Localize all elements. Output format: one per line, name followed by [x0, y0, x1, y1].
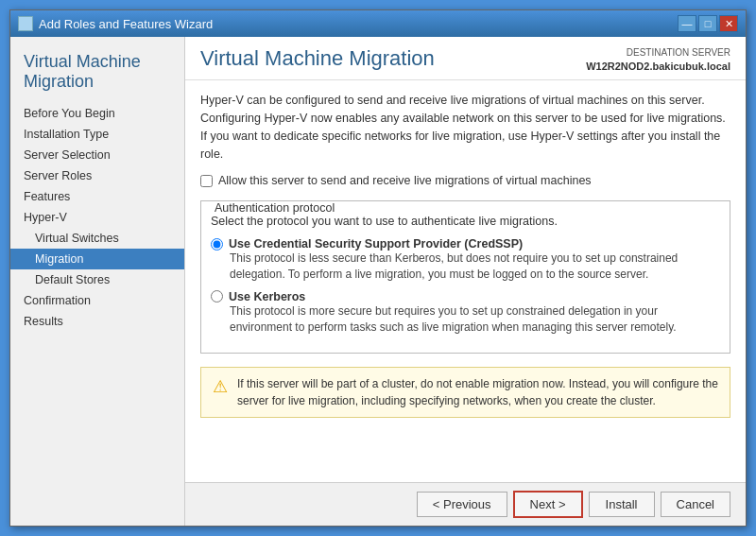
sidebar-item-migration[interactable]: Migration [10, 249, 184, 269]
title-bar-controls: — □ ✕ [678, 15, 738, 32]
footer: < Previous Next > Install Cancel [185, 482, 746, 526]
warning-text: If this server will be part of a cluster… [237, 375, 718, 409]
dest-server-label: DESTINATION SERVER [586, 46, 730, 60]
dest-server-name: W12R2NOD2.bakicubuk.local [586, 60, 730, 74]
sidebar-item-confirmation[interactable]: Confirmation [10, 290, 184, 311]
credssp-label: Use Credential Security Support Provider… [229, 237, 523, 251]
allow-migration-label: Allow this server to send and receive li… [218, 174, 592, 187]
sidebar-item-results[interactable]: Results [10, 311, 184, 332]
credssp-radio[interactable] [211, 238, 223, 251]
allow-migration-checkbox[interactable] [200, 175, 213, 187]
title-bar-title: Add Roles and Features Wizard [39, 17, 213, 31]
title-bar: Add Roles and Features Wizard — □ ✕ [10, 10, 746, 37]
maximize-button[interactable]: □ [698, 15, 717, 32]
minimize-button[interactable]: — [678, 15, 696, 32]
kerberos-radio[interactable] [211, 290, 223, 303]
wizard-window: Add Roles and Features Wizard — □ ✕ Virt… [9, 9, 747, 527]
credssp-desc: This protocol is less secure than Kerber… [230, 251, 720, 283]
page-title: Virtual Machine Migration [200, 46, 435, 71]
sidebar-item-default-stores[interactable]: Default Stores [10, 269, 184, 290]
kerberos-desc: This protocol is more secure but require… [230, 303, 720, 336]
nav-list: Before You BeginInstallation TypeServer … [10, 103, 184, 332]
sidebar-item-features[interactable]: Features [10, 186, 184, 207]
allow-migration-row: Allow this server to send and receive li… [200, 174, 730, 187]
credssp-option: Use Credential Security Support Provider… [211, 237, 720, 283]
warning-icon: ⚠ [213, 376, 228, 397]
sidebar-item-hyper-v[interactable]: Hyper-V [10, 207, 184, 228]
install-button[interactable]: Install [589, 492, 655, 517]
sidebar-item-virtual-switches[interactable]: Virtual Switches [10, 228, 184, 249]
sidebar-item-installation-type[interactable]: Installation Type [10, 124, 184, 145]
main-body: Hyper-V can be configured to send and re… [185, 80, 746, 482]
destination-server-info: DESTINATION SERVER W12R2NOD2.bakicubuk.l… [586, 46, 730, 74]
wizard-icon [18, 16, 33, 31]
content-area: Virtual Machine Migration Before You Beg… [10, 37, 746, 526]
warning-box: ⚠ If this server will be part of a clust… [200, 367, 730, 418]
title-bar-left: Add Roles and Features Wizard [18, 16, 213, 31]
intro-text: Hyper-V can be configured to send and re… [200, 92, 730, 163]
sidebar-heading: Virtual Machine Migration [10, 44, 184, 103]
main-panel: Virtual Machine Migration DESTINATION SE… [185, 37, 746, 526]
auth-protocol-group: Authentication protocol Select the proto… [200, 200, 730, 353]
previous-button[interactable]: < Previous [417, 492, 507, 517]
sidebar: Virtual Machine Migration Before You Beg… [10, 37, 185, 526]
sidebar-item-server-roles[interactable]: Server Roles [10, 165, 184, 186]
cancel-button[interactable]: Cancel [661, 492, 730, 517]
close-button[interactable]: ✕ [719, 15, 738, 32]
main-header: Virtual Machine Migration DESTINATION SE… [185, 37, 746, 80]
auth-group-desc: Select the protocol you want to use to a… [211, 215, 720, 228]
kerberos-option: Use Kerberos This protocol is more secur… [211, 290, 720, 336]
next-button[interactable]: Next > [513, 491, 583, 518]
auth-protocol-legend: Authentication protocol [211, 201, 720, 215]
sidebar-item-before-you-begin[interactable]: Before You Begin [10, 103, 184, 124]
sidebar-item-server-selection[interactable]: Server Selection [10, 145, 184, 165]
kerberos-label: Use Kerberos [229, 290, 305, 303]
